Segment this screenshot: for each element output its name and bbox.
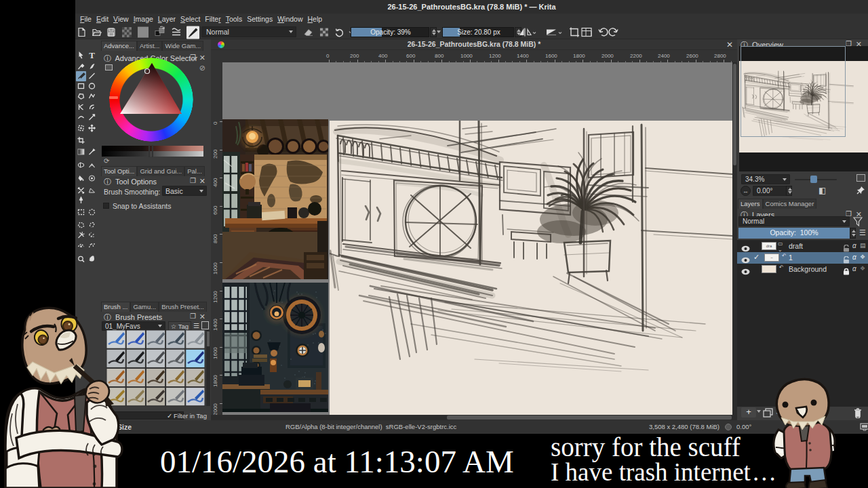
svg-text:T: T — [89, 50, 95, 60]
